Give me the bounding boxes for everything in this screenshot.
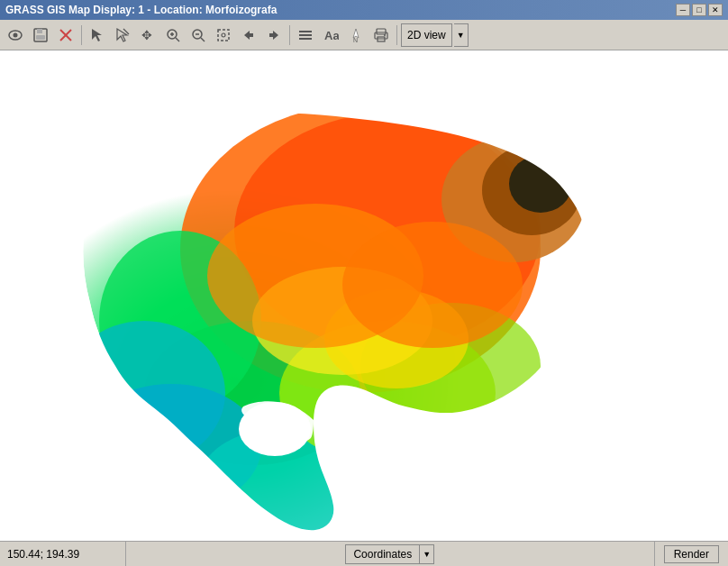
text-button[interactable]: Aa	[319, 23, 342, 47]
coordinates-display: 150.44; 194.39	[0, 542, 126, 566]
status-middle: Coordinates ▼	[126, 542, 654, 566]
minimize-button[interactable]: ─	[676, 4, 690, 16]
display-button[interactable]	[4, 23, 27, 47]
coordinates-type-dropdown[interactable]: Coordinates ▼	[345, 544, 434, 564]
svg-rect-20	[299, 31, 312, 32]
svg-point-30	[384, 34, 386, 36]
zoom-region-icon	[215, 27, 232, 43]
coordinates-type-label: Coordinates	[346, 548, 419, 561]
render-button[interactable]: Render	[664, 545, 719, 563]
svg-text:N: N	[353, 37, 358, 43]
print-icon	[373, 27, 389, 43]
map-canvas	[0, 50, 728, 541]
view-2d-button[interactable]: 2D view	[401, 23, 452, 47]
separator-3	[396, 25, 397, 45]
north-arrow-icon: N	[348, 27, 364, 43]
title-bar: GRASS GIS Map Display: 1 - Location: Mor…	[0, 0, 728, 20]
zoom-forward-icon	[266, 27, 282, 43]
svg-marker-7	[92, 29, 102, 41]
print-button[interactable]	[369, 23, 393, 47]
svg-text:✥: ✥	[141, 28, 152, 42]
status-bar: 150.44; 194.39 Coordinates ▼ Render	[0, 541, 728, 566]
svg-rect-21	[299, 34, 312, 36]
map-display-area	[0, 50, 728, 541]
terrain-map	[0, 50, 728, 541]
save-icon	[32, 27, 49, 43]
render-section: Render	[654, 542, 728, 566]
pointer-icon	[89, 27, 105, 43]
text-icon: Aa	[323, 27, 339, 43]
layers-icon	[297, 27, 314, 43]
pan-icon: ✥	[140, 27, 156, 43]
zoom-back-button[interactable]	[237, 23, 260, 47]
zoom-in-button[interactable]	[161, 23, 185, 47]
layers-button[interactable]	[294, 23, 317, 47]
erase-button[interactable]	[54, 23, 77, 47]
svg-rect-22	[299, 38, 312, 40]
info-icon	[114, 27, 131, 43]
svg-line-16	[201, 38, 205, 41]
svg-point-19	[222, 33, 225, 37]
svg-rect-4	[36, 35, 45, 40]
coordinates-dropdown-arrow[interactable]: ▼	[419, 545, 433, 563]
window-controls: ─ □ ✕	[676, 4, 723, 16]
separator-2	[289, 25, 290, 45]
svg-rect-3	[37, 29, 42, 33]
zoom-forward-button[interactable]	[262, 23, 286, 47]
close-button[interactable]: ✕	[708, 4, 723, 16]
svg-rect-27	[377, 29, 386, 34]
zoom-back-icon	[241, 27, 257, 43]
separator-1	[81, 25, 82, 45]
coordinates-value: 150.44; 194.39	[7, 548, 79, 561]
svg-text:Aa: Aa	[324, 29, 339, 42]
svg-point-47	[342, 222, 523, 348]
eye-icon	[7, 27, 23, 43]
north-arrow-button[interactable]: N	[344, 23, 368, 47]
view-2d-label: 2D view	[407, 29, 446, 41]
view-dropdown-arrow[interactable]: ▼	[454, 23, 469, 47]
pan-button[interactable]: ✥	[136, 23, 159, 47]
zoom-out-button[interactable]	[187, 23, 210, 47]
zoom-in-icon	[165, 27, 181, 43]
erase-icon	[58, 27, 74, 43]
svg-line-12	[176, 38, 179, 41]
svg-point-48	[239, 402, 311, 456]
svg-rect-18	[218, 30, 229, 41]
window-title: GRASS GIS Map Display: 1 - Location: Mor…	[5, 4, 277, 16]
pointer-button[interactable]	[86, 23, 109, 47]
zoom-out-icon	[190, 27, 206, 43]
info-button[interactable]	[111, 23, 134, 47]
zoom-region-button[interactable]	[212, 23, 235, 47]
svg-point-1	[14, 32, 18, 37]
maximize-button[interactable]: □	[692, 4, 706, 16]
toolbar: ✥	[0, 20, 728, 50]
save-button[interactable]	[29, 23, 52, 47]
